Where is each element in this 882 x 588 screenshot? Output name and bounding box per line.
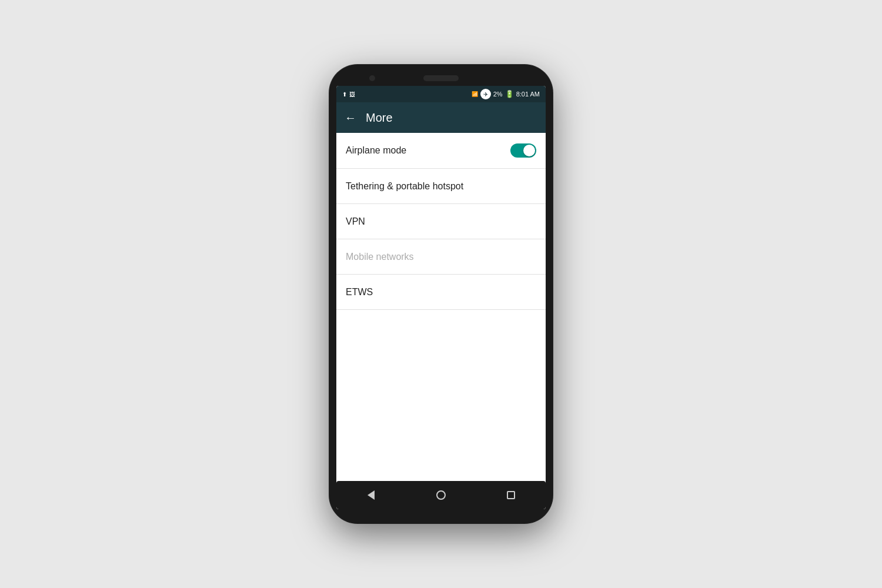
back-button[interactable]: ← (345, 111, 356, 125)
phone-screen: ⬆ 🖼 📶 ✈ 2% 🔋 8:01 AM ← (336, 86, 546, 509)
battery-percent: 2% (493, 91, 503, 98)
status-left: ⬆ 🖼 (342, 91, 355, 98)
etws-label: ETWS (346, 287, 373, 298)
image-icon: 🖼 (349, 91, 355, 98)
settings-list: Airplane mode Tethering & portable hotsp… (336, 133, 546, 481)
airplane-mode-toggle[interactable] (510, 143, 536, 158)
front-camera (369, 75, 375, 81)
speaker (423, 75, 459, 81)
back-nav-icon (368, 490, 375, 500)
empty-space (336, 310, 546, 481)
settings-item-vpn[interactable]: VPN (336, 204, 546, 239)
toggle-knob (523, 145, 535, 156)
recents-nav-icon (507, 491, 515, 499)
phone-device: ⬆ 🖼 📶 ✈ 2% 🔋 8:01 AM ← (329, 65, 553, 523)
bottom-nav (336, 481, 546, 509)
home-nav-icon (436, 490, 446, 500)
recents-nav-button[interactable] (496, 483, 526, 507)
vpn-label: VPN (346, 216, 365, 227)
back-arrow-icon: ← (345, 111, 356, 124)
status-right: 📶 ✈ 2% 🔋 8:01 AM (472, 89, 540, 99)
home-nav-button[interactable] (426, 483, 456, 507)
settings-item-tethering[interactable]: Tethering & portable hotspot (336, 169, 546, 204)
signal-icon: 📶 (472, 91, 478, 97)
mobile-networks-label: Mobile networks (346, 252, 414, 262)
phone-top-bar (336, 72, 546, 86)
app-bar: ← More (336, 102, 546, 133)
app-bar-title: More (366, 111, 393, 125)
airplane-mode-label: Airplane mode (346, 145, 406, 156)
airplane-mode-status-icon: ✈ (480, 89, 491, 99)
tethering-label: Tethering & portable hotspot (346, 181, 463, 192)
settings-item-mobile-networks: Mobile networks (336, 239, 546, 275)
status-bar: ⬆ 🖼 📶 ✈ 2% 🔋 8:01 AM (336, 86, 546, 102)
settings-item-airplane-mode[interactable]: Airplane mode (336, 133, 546, 169)
settings-item-etws[interactable]: ETWS (336, 275, 546, 310)
upload-icon: ⬆ (342, 91, 347, 98)
status-time: 8:01 AM (516, 91, 540, 98)
back-nav-button[interactable] (356, 483, 386, 507)
battery-icon: 🔋 (505, 90, 514, 98)
